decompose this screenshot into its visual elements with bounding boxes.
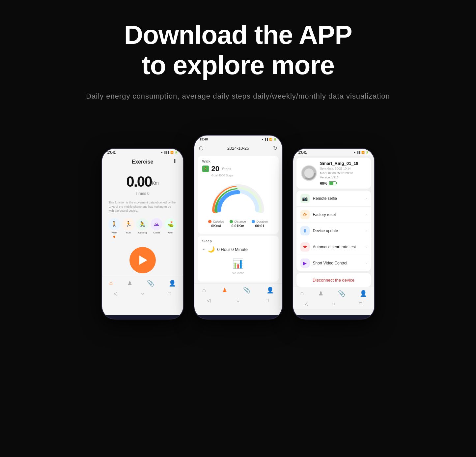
status-bar-center: 13:40 ●▐▐📶🔋: [194, 136, 282, 142]
ring-svg: [302, 166, 316, 180]
phone-right-screen: Smart_Ring_01_18 Sync data: 10-25 10:14 …: [293, 156, 374, 315]
status-time-right: 13:41: [298, 151, 307, 154]
nav-home-center[interactable]: ⌂: [202, 287, 206, 294]
calories-label: Calories: [213, 220, 224, 223]
sleep-label: Sleep: [202, 239, 274, 243]
start-exercise-button[interactable]: [129, 247, 156, 273]
back-btn-left[interactable]: ◁: [112, 290, 119, 297]
home-btn-right[interactable]: ○: [330, 300, 337, 307]
battery-row: 68%: [320, 181, 366, 185]
phone-right: 13:41 ●▐▐📶🔋 Smart_Ring_01_18 Sync data: …: [293, 148, 375, 320]
hero-title: Download the APPto explore more: [7, 20, 469, 80]
sleep-section: Sleep ✦ 🌙 0 Hour 0 Minute 📊 No data: [198, 236, 279, 282]
device-card: Smart_Ring_01_18 Sync data: 10-25 10:14 …: [296, 158, 371, 189]
phone-center-screen: ⬡ 2024-10-25 ↻ Walk 🚶 20 Steps Goal 4000…: [194, 142, 282, 315]
stats-row: Calories 0Kcal Distance 0.01Km: [202, 219, 274, 231]
menu-item-selfie[interactable]: 📷 Remote selfie ›: [296, 191, 371, 207]
walk-section: Walk 🚶 20 Steps Goal 4000 Steps: [198, 156, 279, 234]
home-btn-left[interactable]: ○: [139, 290, 146, 297]
nav-user-right[interactable]: 👤: [360, 290, 367, 297]
exercise-note: This function is the movement data obtai…: [102, 197, 183, 216]
distance-unit: Km: [152, 180, 159, 186]
nav-activity-right[interactable]: ♟: [318, 290, 323, 297]
status-bar-right: 13:41 ●▐▐📶🔋: [293, 149, 374, 156]
exercise-menu-icon[interactable]: ⏸: [173, 158, 178, 164]
device-update-icon: ⬆: [300, 226, 310, 235]
back-btn-right[interactable]: ◁: [303, 300, 310, 307]
battery-fill: [329, 182, 334, 185]
climb-label: Climb: [153, 231, 160, 234]
distance-dot: [230, 220, 233, 223]
nodata-icon: 📊: [232, 258, 244, 269]
device-mac: MAC: 02:08:35:FB:2B:F8: [320, 171, 366, 176]
device-sync: Sync data: 10-25 10:14: [320, 167, 366, 171]
sleep-row: ✦ 🌙 0 Hour 0 Minute: [202, 246, 274, 253]
nodata-section: 📊 No data: [202, 253, 274, 278]
status-bar-left: 13:41 ● ▐▐▐ 📶 🔋: [102, 149, 183, 156]
recent-btn-right[interactable]: □: [357, 300, 364, 307]
phone-left: 13:41 ● ▐▐▐ 📶 🔋 Exercise ⏸ 0.00Km Times …: [101, 148, 184, 320]
bottom-nav-right: ⌂ ♟ 📎 👤: [293, 287, 374, 299]
refresh-icon[interactable]: ↻: [273, 145, 277, 151]
activity-walk[interactable]: 🚶 Walk: [108, 218, 120, 238]
duration-dot: [252, 220, 255, 223]
activity-climb[interactable]: ⛰ Climb: [151, 218, 162, 238]
cycling-icon: 🚴: [136, 218, 148, 230]
stat-duration: Duration 00:01: [252, 220, 267, 228]
semicircle-chart: [202, 179, 274, 219]
status-icons-right: ●▐▐📶🔋: [354, 151, 369, 154]
menu-item-short-video[interactable]: ▶ Short Video Control ›: [296, 255, 371, 271]
recent-btn-center[interactable]: □: [264, 297, 270, 304]
menu-item-factory-reset[interactable]: ⟳ Factory reset ›: [296, 207, 371, 223]
share-icon[interactable]: ⬡: [199, 145, 204, 151]
sleep-star-icon: ✦: [202, 248, 205, 251]
activity-run[interactable]: 🏃 Run: [123, 218, 134, 238]
disconnect-button[interactable]: Disconnect the device: [296, 273, 371, 287]
menu-item-heart-rate[interactable]: ❤ Automatic heart rate test ›: [296, 239, 371, 255]
semicircle-svg: [209, 179, 268, 215]
golf-icon: ⛳: [165, 218, 177, 230]
device-update-chevron: ›: [366, 228, 367, 233]
bottom-system-bar-right: ◁ ○ □: [293, 299, 374, 309]
activity-icons: 🚶 Walk 🏃 Run 🚴 Cycling ⛰ Climb ⛳: [102, 216, 183, 240]
distance-value-center: 0.01Km: [231, 224, 244, 228]
walk-goal: Goal 4000 Steps: [211, 174, 274, 177]
calories-dot: [208, 220, 211, 223]
selfie-chevron: ›: [366, 196, 367, 201]
distance-value: 0.00: [126, 173, 152, 190]
recent-btn-left[interactable]: □: [166, 290, 173, 297]
exercise-title: Exercise: [132, 159, 154, 165]
home-btn-center[interactable]: ○: [235, 297, 241, 304]
nav-user-center[interactable]: 👤: [266, 287, 274, 294]
nav-user-left[interactable]: 👤: [169, 280, 176, 287]
nav-activity-left[interactable]: ♟: [127, 280, 132, 287]
nav-home-left[interactable]: ⌂: [109, 280, 113, 287]
nav-clip-center[interactable]: 📎: [243, 287, 250, 294]
back-btn-center[interactable]: ◁: [206, 297, 212, 304]
nav-clip-left[interactable]: 📎: [147, 280, 154, 287]
nodata-text: No data: [232, 271, 244, 275]
active-indicator: [113, 236, 115, 238]
nav-clip-right[interactable]: 📎: [338, 290, 345, 297]
bottom-nav-left: ⌂ ♟ 📎 👤: [102, 277, 183, 289]
battery-icon: [329, 181, 336, 185]
heart-rate-label: Automatic heart rate test: [313, 245, 362, 249]
battery-percentage: 68%: [320, 181, 327, 185]
exercise-distance: 0.00Km Times 0: [102, 167, 183, 197]
battery-tip: [336, 182, 337, 184]
menu-item-device-update[interactable]: ⬆ Device update ›: [296, 223, 371, 239]
nav-activity-center[interactable]: ♟: [222, 287, 227, 294]
bottom-system-bar-center: ◁ ○ □: [194, 296, 282, 306]
nav-home-right[interactable]: ⌂: [300, 290, 304, 297]
walk-steps-row: 🚶 20 Steps: [202, 165, 274, 173]
activity-golf[interactable]: ⛳ Golf: [165, 218, 177, 238]
status-time-left: 13:41: [107, 151, 116, 154]
center-header: ⬡ 2024-10-25 ↻: [194, 142, 282, 154]
menu-list: 📷 Remote selfie › ⟳ Factory reset › ⬆ De…: [296, 191, 371, 271]
duration-value: 00:01: [255, 224, 264, 228]
walk-steps-number: 20: [211, 165, 219, 173]
short-video-icon: ▶: [300, 259, 310, 268]
device-version: Version: V118: [320, 175, 366, 180]
activity-cycling[interactable]: 🚴 Cycling: [136, 218, 148, 238]
climb-icon: ⛰: [151, 218, 162, 230]
